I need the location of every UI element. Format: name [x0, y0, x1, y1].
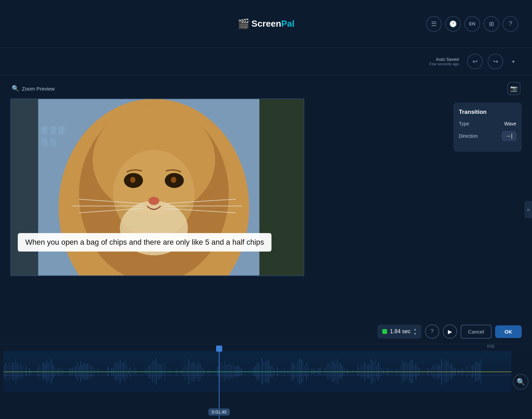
duration-increase-button[interactable]: ▲	[413, 327, 417, 332]
transition-type-label: Type	[459, 121, 469, 126]
cancel-label: Cancel	[468, 329, 484, 335]
transition-direction-row: Direction →|	[459, 131, 516, 141]
layers-nav-button[interactable]: ⊞	[483, 16, 499, 32]
svg-rect-19	[42, 126, 48, 134]
transition-type-row: Type Wave	[459, 121, 516, 126]
duration-display: 1.84 sec ▲ ▼	[377, 325, 421, 339]
history-nav-button[interactable]: 🕐	[445, 16, 461, 32]
search-icon: 🔍	[517, 378, 525, 386]
preview-header: 🔍 Zoom Preview 📷	[10, 82, 522, 95]
svg-point-9	[130, 177, 135, 183]
svg-rect-22	[42, 138, 48, 146]
logo-icon: 🎬	[238, 18, 250, 29]
language-label: EN	[469, 21, 475, 26]
auto-saved-label: Auto Saved	[429, 57, 459, 62]
video-frame: When you open a bag of chips and there a…	[10, 98, 304, 276]
timeline-track[interactable]: 0:01.40 0:02	[3, 344, 511, 419]
toolbar-dropdown-button[interactable]: ▾	[508, 54, 518, 69]
collapse-panel-button[interactable]: «	[524, 201, 532, 218]
help-nav-button[interactable]: ?	[503, 16, 518, 32]
chevron-left-icon: «	[527, 207, 530, 212]
playhead-time: 0:01.40	[208, 408, 230, 416]
playhead-handle[interactable]	[216, 346, 222, 352]
menu-nav-button[interactable]: ☰	[426, 16, 442, 32]
play-icon: ▶	[448, 328, 452, 335]
preview-panel: 🔍 Zoom Preview 📷	[10, 82, 522, 337]
duration-value: 1.84 sec	[390, 328, 410, 335]
redo-button[interactable]: ↪	[488, 54, 503, 69]
playback-controls: 1.84 sec ▲ ▼ ? ▶ Cancel OK	[377, 324, 522, 339]
transition-title: Transition	[459, 109, 516, 116]
help-button[interactable]: ?	[425, 324, 439, 339]
toolbar: Auto Saved Few seconds ago ↩ ↪ ▾	[0, 48, 532, 75]
camera-button[interactable]: 📷	[507, 82, 520, 95]
duration-steppers: ▲ ▼	[413, 327, 417, 336]
caption-text: When you open a bag of chips and there a…	[25, 238, 264, 246]
app-logo: 🎬 ScreenPal	[238, 18, 295, 29]
duration-decrease-button[interactable]: ▼	[413, 332, 417, 336]
zoom-preview-text: Zoom Preview	[22, 86, 55, 92]
transition-type-value: Wave	[504, 121, 516, 126]
svg-rect-21	[58, 126, 65, 134]
undo-button[interactable]: ↩	[467, 54, 483, 69]
timeline-ruler-mark: 0:02	[487, 344, 494, 348]
app-title: ScreenPal	[252, 18, 295, 29]
timeline-blue-track	[3, 375, 511, 375]
language-nav-button[interactable]: EN	[464, 16, 480, 32]
timeline-search-button[interactable]: 🔍	[513, 374, 529, 390]
cancel-button[interactable]: Cancel	[461, 325, 492, 339]
top-navigation: 🎬 ScreenPal ☰ 🕐 EN ⊞ ?	[0, 0, 532, 48]
auto-saved-time: Few seconds ago	[429, 62, 459, 66]
transition-direction-value: →|	[506, 133, 513, 139]
zoom-preview-label: 🔍 Zoom Preview	[12, 85, 55, 92]
playhead[interactable]: 0:01.40	[219, 348, 220, 419]
zoom-icon: 🔍	[12, 85, 19, 92]
auto-save-status: Auto Saved Few seconds ago	[429, 57, 459, 66]
timeline-green-track	[3, 371, 511, 372]
ok-label: OK	[505, 329, 513, 335]
svg-point-12	[148, 197, 159, 205]
timeline-area: 0:01.40 0:02 🔍	[0, 344, 532, 419]
play-button[interactable]: ▶	[443, 324, 457, 339]
help-icon: ?	[430, 328, 434, 335]
nav-icons-group: ☰ 🕐 EN ⊞ ?	[426, 16, 518, 32]
transition-panel: Transition Type Wave Direction →|	[453, 103, 522, 152]
main-content: 🔍 Zoom Preview 📷	[0, 75, 532, 344]
ok-button[interactable]: OK	[495, 325, 522, 338]
svg-point-11	[171, 177, 176, 183]
caption-box: When you open a bag of chips and there a…	[18, 233, 271, 252]
transition-direction-label: Direction	[459, 133, 478, 139]
record-indicator	[382, 329, 387, 334]
transition-direction-button[interactable]: →|	[502, 131, 516, 141]
svg-rect-20	[50, 126, 56, 134]
svg-rect-23	[50, 138, 56, 146]
